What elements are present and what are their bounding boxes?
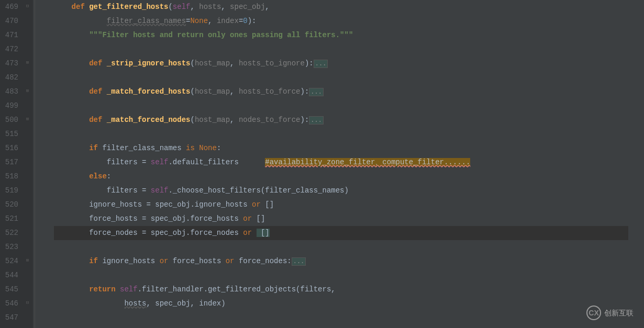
line-number: 544	[4, 268, 18, 282]
highlighted-comment: #availability_zone_filter、compute_filter…	[265, 158, 470, 166]
line-gutter: 469 470 471 472 473 482 483 499 500 515 …	[0, 0, 24, 328]
fold-expand-icon[interactable]: ⊞	[25, 60, 30, 66]
code-line: if filter_class_names is None:	[54, 141, 644, 155]
fold-box[interactable]: ...	[309, 88, 324, 96]
code-line: force_hosts = spec_obj.force_hosts or []	[54, 212, 644, 226]
watermark: CX 创新互联	[586, 306, 634, 320]
line-number: 470	[4, 14, 18, 28]
line-number: 472	[4, 42, 18, 56]
line-number: 522	[4, 226, 18, 240]
fold-box[interactable]: ...	[314, 60, 328, 68]
line-number: 471	[4, 28, 18, 42]
fold-icon[interactable]: ⊟	[25, 4, 30, 9]
line-number: 545	[4, 282, 18, 297]
code-line: else:	[54, 169, 644, 184]
code-line: """Filter hosts and return only ones pas…	[54, 28, 644, 42]
code-line: hosts, spec_obj, index)	[54, 297, 644, 311]
code-line	[54, 268, 644, 282]
line-number: 500	[4, 113, 18, 127]
code-line	[54, 42, 644, 56]
fold-box[interactable]: ...	[309, 116, 324, 125]
fold-expand-icon[interactable]: ⊞	[25, 258, 30, 264]
line-number: 547	[4, 311, 18, 325]
code-line: filters = self.default_filters #availabi…	[54, 155, 644, 169]
code-line	[54, 311, 644, 325]
code-line: ignore_hosts = spec_obj.ignore_hosts or …	[54, 198, 644, 212]
watermark-text: 创新互联	[604, 306, 634, 320]
fold-gutter: ⊟ ⊞ ⊞ ⊞ ⊞ ⊟	[24, 0, 33, 328]
code-line: def _match_forced_hosts(host_map, hosts_…	[54, 85, 644, 99]
code-line: filters = self._choose_host_filters(filt…	[54, 184, 644, 198]
code-line: filter_class_names=None, index=0):	[54, 14, 644, 28]
fold-expand-icon[interactable]: ⊞	[25, 117, 30, 122]
fold-expand-icon[interactable]: ⊞	[25, 88, 30, 94]
code-line: def _strip_ignore_hosts(host_map, hosts_…	[54, 56, 644, 71]
code-editor[interactable]: 469 470 471 472 473 482 483 499 500 515 …	[0, 0, 644, 328]
line-number: 517	[4, 155, 18, 169]
line-number: 546	[4, 297, 18, 311]
line-number: 473	[4, 56, 18, 71]
watermark-icon: CX	[586, 306, 601, 320]
code-line	[54, 127, 644, 141]
code-line	[54, 240, 644, 254]
fold-box[interactable]: ...	[292, 257, 306, 266]
code-line: return self.filter_handler.get_filtered_…	[54, 282, 644, 297]
caret-highlight: []	[257, 229, 270, 237]
line-number: 499	[4, 99, 18, 113]
fold-icon[interactable]: ⊟	[25, 300, 30, 306]
line-number: 518	[4, 169, 18, 184]
code-line: def _match_forced_nodes(host_map, nodes_…	[54, 113, 644, 127]
code-content[interactable]: def get_filtered_hosts(self, hosts, spec…	[54, 0, 644, 328]
line-number: 523	[4, 240, 18, 254]
line-number: 515	[4, 127, 18, 141]
line-number: 483	[4, 85, 18, 99]
code-line: force_nodes = spec_obj.force_nodes or []	[54, 226, 644, 240]
line-number: 524	[4, 254, 18, 268]
line-number: 469	[4, 0, 18, 14]
code-line: def get_filtered_hosts(self, hosts, spec…	[54, 0, 644, 14]
line-number: 516	[4, 141, 18, 155]
code-line	[54, 99, 644, 113]
line-number: 521	[4, 212, 18, 226]
code-line	[54, 71, 644, 85]
code-line: if ignore_hosts or force_hosts or force_…	[54, 254, 644, 268]
line-number: 520	[4, 198, 18, 212]
line-number: 519	[4, 184, 18, 198]
line-number: 482	[4, 71, 18, 85]
indent-guides	[33, 0, 54, 328]
